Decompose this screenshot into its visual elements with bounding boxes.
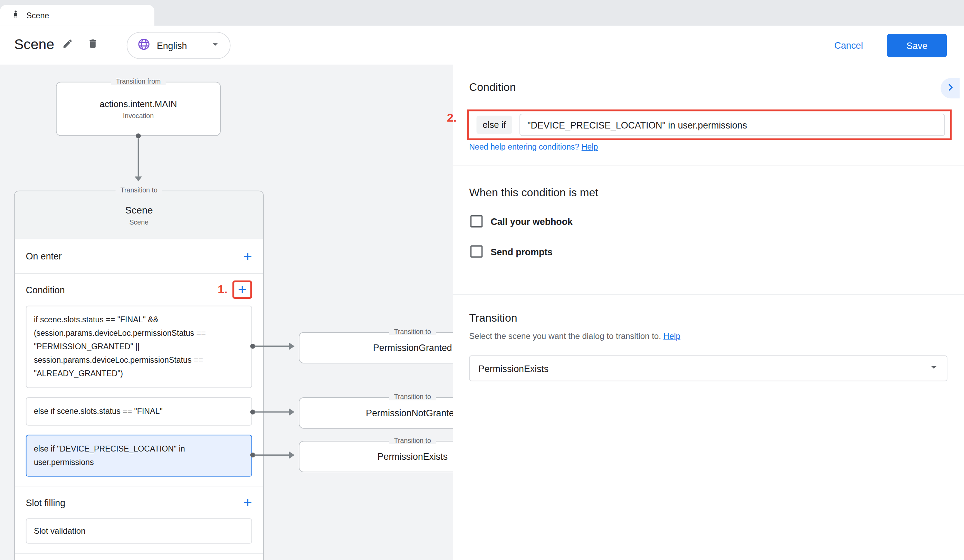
transition-from-title: actions.intent.MAIN bbox=[100, 99, 177, 109]
annotation-2-highlight-box: else if bbox=[467, 109, 952, 140]
chevron-right-icon bbox=[944, 81, 956, 96]
help-link[interactable]: Help bbox=[581, 142, 598, 151]
person-icon bbox=[11, 10, 20, 21]
target-title: PermissionGranted bbox=[373, 342, 452, 353]
delete-scene-button[interactable] bbox=[84, 36, 101, 54]
send-prompts-option-row: Send prompts bbox=[471, 245, 553, 258]
send-prompts-label: Send prompts bbox=[490, 246, 553, 257]
scene-graph-canvas: Transition from actions.intent.MAIN Invo… bbox=[0, 65, 453, 560]
divider bbox=[15, 553, 263, 554]
divider bbox=[453, 294, 964, 295]
add-slot-button[interactable]: + bbox=[244, 496, 252, 509]
arrow-right-icon bbox=[289, 342, 295, 350]
chevron-down-icon bbox=[209, 38, 221, 53]
transition-scene-value: PermissionExists bbox=[479, 363, 549, 373]
connector-line bbox=[254, 454, 289, 456]
target-node-permission-granted[interactable]: Transition to PermissionGranted bbox=[299, 332, 453, 363]
save-button[interactable]: Save bbox=[887, 34, 947, 57]
annotation-1-highlight-box: + bbox=[233, 280, 252, 299]
target-node-permission-not-granted[interactable]: Transition to PermissionNotGranted bbox=[299, 397, 453, 429]
header-bar: Scene English Cancel Save bbox=[0, 26, 964, 65]
transition-from-subtitle: Invocation bbox=[123, 112, 154, 119]
connector-line bbox=[138, 138, 139, 177]
arrow-right-icon bbox=[289, 409, 295, 415]
edit-scene-button[interactable] bbox=[59, 36, 77, 54]
slot-validation-item[interactable]: Slot validation bbox=[26, 519, 252, 544]
cancel-button[interactable]: Cancel bbox=[834, 40, 863, 50]
transition-from-node[interactable]: Transition from actions.intent.MAIN Invo… bbox=[56, 82, 221, 136]
arrow-down-icon bbox=[135, 177, 142, 181]
transition-from-badge: Transition from bbox=[111, 77, 165, 85]
slot-filling-label: Slot filling bbox=[26, 497, 65, 508]
condition-section-row: Condition 1. + bbox=[15, 273, 263, 306]
globe-icon bbox=[137, 37, 151, 54]
transition-description-text: Select the scene you want the dialog to … bbox=[469, 331, 663, 341]
language-selector[interactable]: English bbox=[127, 32, 231, 59]
scene-tab[interactable]: Scene bbox=[0, 5, 155, 26]
condition-item-2[interactable]: else if scene.slots.status == "FINAL" bbox=[26, 397, 252, 426]
target-title: PermissionNotGranted bbox=[366, 408, 453, 418]
transition-to-badge: Transition to bbox=[389, 393, 436, 400]
transition-scene-dropdown[interactable]: PermissionExists bbox=[469, 355, 948, 381]
on-enter-label: On enter bbox=[26, 251, 62, 261]
condition-section-label: Condition bbox=[26, 284, 65, 295]
dropdown-caret-icon bbox=[927, 360, 941, 376]
page-title: Scene bbox=[14, 36, 54, 53]
on-enter-row: On enter + bbox=[15, 239, 263, 273]
transition-to-badge: Transition to bbox=[389, 437, 436, 444]
help-prompt-text: Need help entering conditions? bbox=[469, 142, 581, 151]
divider bbox=[453, 165, 964, 166]
target-node-permission-exists[interactable]: Transition to PermissionExists bbox=[299, 441, 453, 472]
scene-card-subtitle: Scene bbox=[129, 218, 148, 225]
connector-dot bbox=[136, 133, 140, 138]
language-value: English bbox=[157, 41, 203, 51]
call-webhook-label: Call your webhook bbox=[490, 216, 572, 226]
app-window: Scene Scene English Cancel Save bbox=[0, 0, 964, 560]
connector-line bbox=[254, 412, 289, 413]
pencil-icon bbox=[62, 38, 73, 52]
arrow-right-icon bbox=[289, 451, 295, 459]
scene-card-header[interactable]: Transition to Scene Scene bbox=[15, 191, 263, 239]
add-on-enter-button[interactable]: + bbox=[244, 249, 252, 263]
transition-to-badge: Transition to bbox=[389, 328, 436, 335]
collapse-panel-button[interactable] bbox=[941, 78, 959, 98]
add-condition-button[interactable]: + bbox=[238, 283, 247, 296]
scene-card-title: Scene bbox=[125, 205, 153, 216]
webhook-option-row: Call your webhook bbox=[471, 215, 573, 228]
scene-card: Transition to Scene Scene On enter + Con… bbox=[14, 191, 264, 560]
transition-to-badge: Transition to bbox=[116, 186, 163, 194]
transition-description: Select the scene you want the dialog to … bbox=[469, 331, 681, 341]
condition-item-3-selected[interactable]: else if "DEVICE_PRECISE_LOCATION" in use… bbox=[26, 435, 252, 476]
transition-heading: Transition bbox=[469, 312, 518, 324]
connector-line bbox=[254, 345, 289, 347]
trash-icon bbox=[87, 38, 98, 52]
transition-help-link[interactable]: Help bbox=[663, 331, 681, 341]
slot-filling-section-row: Slot filling + bbox=[15, 487, 263, 519]
target-title: PermissionExists bbox=[378, 451, 448, 462]
condition-help-line: Need help entering conditions? Help bbox=[469, 142, 598, 151]
when-met-heading: When this condition is met bbox=[469, 186, 598, 199]
annotation-1: 1. bbox=[218, 283, 227, 296]
call-webhook-checkbox[interactable] bbox=[471, 215, 483, 228]
tab-title: Scene bbox=[27, 11, 49, 20]
condition-heading: Condition bbox=[469, 81, 516, 94]
condition-expression-input[interactable] bbox=[519, 114, 945, 136]
else-if-label: else if bbox=[477, 116, 512, 134]
condition-item-1[interactable]: if scene.slots.status == "FINAL" && (ses… bbox=[26, 306, 252, 388]
send-prompts-checkbox[interactable] bbox=[471, 245, 483, 258]
browser-tab-strip: Scene bbox=[0, 0, 964, 26]
annotation-2: 2. bbox=[447, 111, 457, 125]
condition-detail-panel: Condition 2. else if Need help entering … bbox=[453, 65, 964, 560]
